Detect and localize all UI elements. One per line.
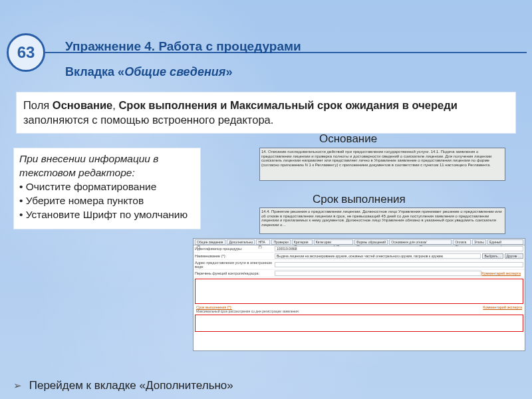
form-tabs: Общие сведения (*) Дополнительно НПА (*)…: [194, 239, 525, 245]
resp-value[interactable]: [275, 271, 481, 276]
form-tab[interactable]: Единый классификатор: [487, 239, 523, 245]
form-tab[interactable]: НПА (*): [256, 239, 270, 245]
editor-note-bullet: • Уберите номера пунктов: [19, 194, 195, 208]
editor-note-bullet: • Очистите форматирование: [19, 180, 195, 194]
form-tab[interactable]: Проверки: [271, 239, 290, 245]
arrow-icon: ➢: [13, 380, 22, 391]
form-tab[interactable]: Основания для отказа/приостановления (*): [389, 239, 452, 245]
tab-title-prefix: Вкладка «: [65, 65, 124, 78]
other-button[interactable]: Другие …: [505, 253, 523, 259]
fields-suffix: заполняются с помощью встроенного редакт…: [23, 114, 273, 126]
addr-label: Адрес предоставления услуги в электронно…: [195, 261, 275, 269]
footer-text: Перейдем к вкладке «Дополнительно»: [29, 379, 233, 392]
select-button[interactable]: Выбрать…: [482, 253, 503, 259]
form-tab[interactable]: Категории получателей (*): [314, 239, 353, 245]
comment-expert-link[interactable]: Комментарий эксперта: [483, 305, 522, 309]
preview-osnovanie: 14. Описание последовательности действий…: [259, 148, 505, 181]
editor-note-title: При внесении информации в текстовом реда…: [19, 152, 195, 180]
bullet-0: Очистите форматирование: [26, 181, 157, 192]
id-value[interactable]: 100019.0/868: [275, 246, 523, 251]
fields-description: Поля Основание, Срок выполнения и Максим…: [16, 92, 516, 134]
resp-label: Перечень функций контроля/надзора:: [195, 271, 275, 275]
page-number: 63: [17, 43, 35, 62]
bullet-1: Уберите номера пунктов: [26, 195, 144, 206]
tab-title-name: Общие сведения: [124, 65, 225, 78]
osnovanie-editor-area[interactable]: [195, 279, 523, 304]
form-tab[interactable]: Оплата (*): [453, 239, 471, 245]
tab-title-suffix: »: [225, 65, 232, 78]
form-tab[interactable]: Критерии (*): [292, 239, 313, 245]
tab-title: Вкладка «Общие сведения»: [65, 65, 232, 79]
exercise-title: Упражнение 4. Работа с процедурами: [65, 39, 301, 54]
comment-expert-link[interactable]: Комментарий эксперта: [481, 271, 521, 275]
addr-value[interactable]: [275, 262, 523, 267]
label-osnovanie: Основание: [319, 132, 377, 146]
fields-prefix: Поля: [23, 99, 53, 111]
form-tab[interactable]: Дополнительно: [227, 239, 255, 245]
form-tab[interactable]: Общие сведения (*): [195, 239, 225, 245]
editor-note: При внесении информации в текстовом реда…: [13, 148, 201, 229]
form-row-resp: Перечень функций контроля/надзора: Комме…: [194, 270, 525, 277]
form-row-id: Идентификатор процедуры: 100019.0/868: [194, 245, 525, 253]
form-tab[interactable]: Формы обращений (*): [354, 239, 388, 245]
page-number-badge: 63: [7, 33, 45, 72]
field-osnovanie: Основание: [53, 99, 112, 111]
form-row-addr: Адрес предоставления услуги в электронно…: [194, 260, 525, 270]
max-wait-label: Максимальный срок рассмотрения со дня ре…: [194, 309, 525, 313]
srok-editor-area[interactable]: [195, 315, 523, 332]
name-value[interactable]: Выдача лицензии на экспонирование оружия…: [275, 253, 481, 259]
name-label: Наименование (*):: [195, 254, 275, 258]
form-row-name: Наименование (*): Выдача лицензии на экс…: [194, 253, 525, 260]
form-tab[interactable]: Этапы: [472, 239, 486, 245]
preview-srok: 14.4. Принятие решения о предоставлении …: [259, 207, 505, 234]
form-screenshot: Общие сведения (*) Дополнительно НПА (*)…: [193, 238, 525, 351]
field-srok-max: Срок выполнения и Максимальный срок ожид…: [118, 99, 457, 111]
bullet-2: Установите Шрифт по умолчанию: [26, 209, 188, 220]
editor-note-bullet: • Установите Шрифт по умолчанию: [19, 208, 195, 222]
footer-line: ➢ Перейдем к вкладке «Дополнительно»: [13, 379, 233, 392]
id-label: Идентификатор процедуры:: [195, 247, 275, 251]
label-srok: Срок выполнения: [313, 193, 406, 206]
